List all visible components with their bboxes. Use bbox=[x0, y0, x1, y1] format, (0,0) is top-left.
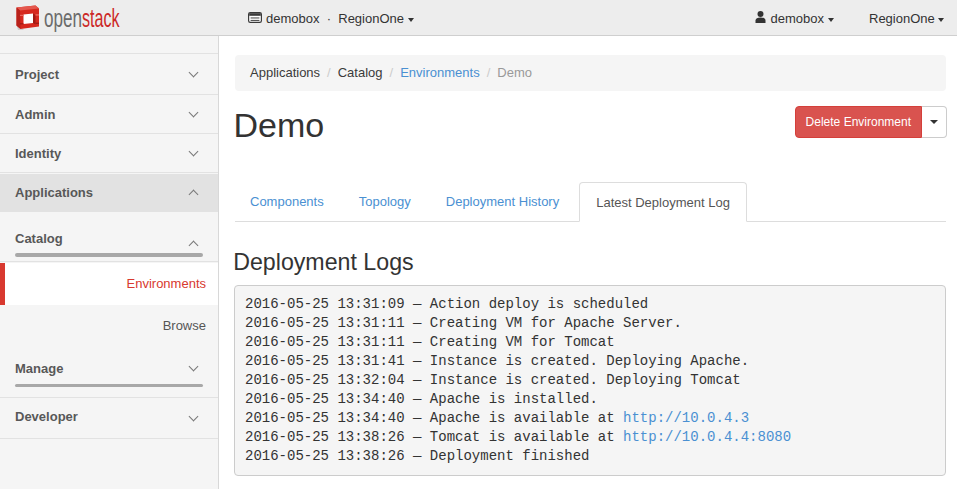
svg-text:openstack: openstack bbox=[44, 4, 120, 32]
